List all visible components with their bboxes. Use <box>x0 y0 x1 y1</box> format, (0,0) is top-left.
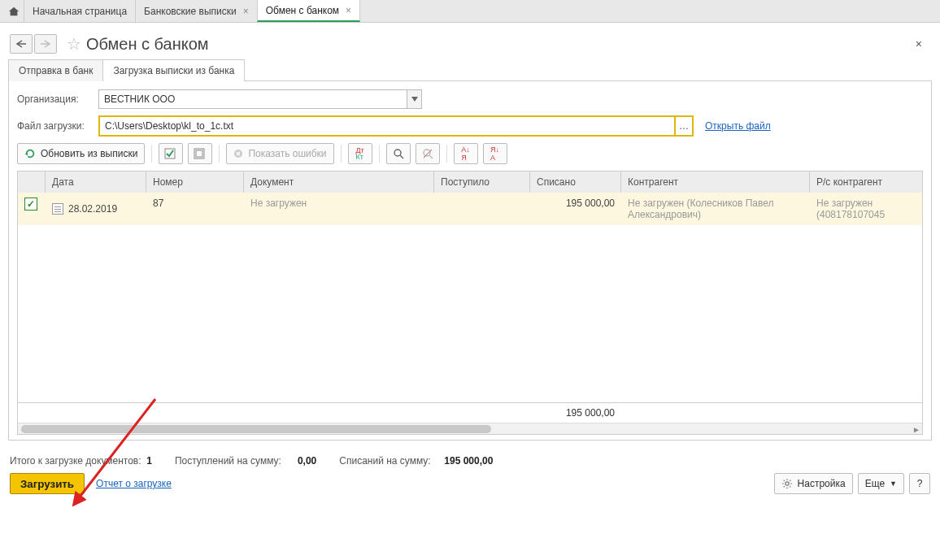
gear-icon <box>781 478 793 489</box>
show-errors-button[interactable]: Показать ошибки <box>226 143 333 164</box>
tab-label: Обмен с банком <box>266 5 339 16</box>
settings-label: Настройка <box>798 478 846 489</box>
svg-line-7 <box>400 155 403 158</box>
cell-number: 87 <box>146 193 244 225</box>
summary-in-value: 0,00 <box>298 455 316 467</box>
toolbar: Обновить из выписки Показать ошибки ДтКт <box>17 143 923 164</box>
col-received[interactable]: Поступило <box>434 171 530 193</box>
subtab-load[interactable]: Загрузка выписки из банка <box>102 59 245 81</box>
dtkt-button[interactable]: ДтКт <box>348 143 372 164</box>
search-cancel-button[interactable] <box>416 143 440 164</box>
cell-received <box>434 193 530 225</box>
tab-label: Банковские выписки <box>144 6 237 17</box>
tab-home[interactable]: Начальная страница <box>24 0 136 22</box>
content-panel: Организация: ВЕСТНИК ООО Файл загрузки: … <box>8 81 932 441</box>
subtab-label: Загрузка выписки из банка <box>113 65 234 76</box>
grid-footer-row: 195 000,00 <box>18 402 922 423</box>
tab-label: Начальная страница <box>33 6 127 17</box>
scroll-right-icon[interactable]: ► <box>911 423 922 435</box>
cell-counterparty: Не загружен (Колесников Павел Александро… <box>621 193 810 225</box>
file-path-input[interactable]: C:\Users\Desktop\kl_to_1c.txt <box>98 115 676 137</box>
page-header: ☆ Обмен с банком × <box>0 23 940 59</box>
col-withdrawn[interactable]: Списано <box>530 171 621 193</box>
load-report-link[interactable]: Отчет о загрузке <box>96 478 172 489</box>
col-document[interactable]: Документ <box>244 171 434 193</box>
h-scrollbar[interactable]: ◄ ► <box>18 423 922 434</box>
file-label: Файл загрузки: <box>17 120 98 132</box>
cell-withdrawn: 195 000,00 <box>530 193 621 225</box>
col-date[interactable]: Дата <box>46 171 146 193</box>
tab-bank-exchange[interactable]: Обмен с банком × <box>257 0 360 22</box>
separator <box>341 145 342 163</box>
show-errors-label: Показать ошибки <box>248 148 326 159</box>
help-label: ? <box>917 478 923 489</box>
grid-body: ✓ 28.02.2019 87 Не загружен 195 000,00 Н… <box>18 193 922 402</box>
grid-header: Дата Номер Документ Поступило Списано Ко… <box>18 171 922 193</box>
org-select[interactable]: ВЕСТНИК ООО <box>98 89 407 109</box>
home-icon[interactable] <box>3 0 24 22</box>
bottom-button-row: Загрузить Отчет о загрузке Настройка Еще… <box>8 473 932 501</box>
refresh-label: Обновить из выписки <box>41 148 137 159</box>
subtab-bar: Отправка в банк Загрузка выписки из банк… <box>8 59 932 81</box>
chevron-down-icon: ▼ <box>890 480 897 488</box>
tab-bank-statements[interactable]: Банковские выписки × <box>135 0 258 22</box>
search-button[interactable] <box>386 143 411 164</box>
separator <box>219 145 220 163</box>
svg-point-8 <box>424 150 430 156</box>
more-label: Еще <box>865 478 885 489</box>
nav-forward-button[interactable] <box>34 34 57 54</box>
table-row[interactable]: ✓ 28.02.2019 87 Не загружен 195 000,00 Н… <box>18 193 922 225</box>
org-label: Организация: <box>17 93 98 105</box>
org-value: ВЕСТНИК ООО <box>104 93 175 105</box>
footer-withdrawn: 195 000,00 <box>530 403 621 423</box>
load-button[interactable]: Загрузить <box>10 473 85 494</box>
refresh-icon <box>24 148 36 159</box>
separator <box>379 145 380 163</box>
summary-total-label: Итого к загрузке документов: <box>10 455 141 467</box>
settings-button[interactable]: Настройка <box>774 473 853 494</box>
col-number[interactable]: Номер <box>146 171 244 193</box>
sort-asc-button[interactable]: А↓Я <box>454 143 478 164</box>
summary-out-label: Списаний на сумму: <box>339 455 430 467</box>
uncheckall-button[interactable] <box>188 143 212 164</box>
help-button[interactable]: ? <box>909 473 930 494</box>
summary-row: Итого к загрузке документов: 1 Поступлен… <box>8 447 932 473</box>
col-checkbox[interactable] <box>18 171 46 193</box>
error-icon <box>233 149 243 158</box>
cell-document: Не загружен <box>244 193 434 225</box>
subtab-label: Отправка в банк <box>19 65 93 76</box>
refresh-button[interactable]: Обновить из выписки <box>17 143 145 164</box>
separator <box>151 145 152 163</box>
scroll-thumb[interactable] <box>21 425 491 433</box>
close-icon[interactable]: × <box>346 5 351 16</box>
svg-point-6 <box>394 150 401 156</box>
checkall-button[interactable] <box>159 143 183 164</box>
file-browse-button[interactable]: … <box>676 115 694 137</box>
col-account[interactable]: Р/с контрагент <box>810 171 922 193</box>
summary-total-value: 1 <box>146 455 152 467</box>
app-tab-bar: Начальная страница Банковские выписки × … <box>0 0 940 23</box>
cell-date: 28.02.2019 <box>68 203 117 215</box>
svg-rect-4 <box>196 150 202 157</box>
nav-back-button[interactable] <box>10 34 33 54</box>
svg-point-12 <box>785 482 788 485</box>
separator <box>446 145 447 163</box>
data-grid: Дата Номер Документ Поступило Списано Ко… <box>17 171 923 435</box>
star-icon[interactable]: ☆ <box>67 34 81 54</box>
org-dropdown-button[interactable] <box>407 89 422 109</box>
open-file-link[interactable]: Открыть файл <box>705 120 771 132</box>
row-checkbox[interactable]: ✓ <box>24 198 37 211</box>
col-counterparty[interactable]: Контрагент <box>621 171 810 193</box>
more-button[interactable]: Еще ▼ <box>858 473 904 494</box>
page-title: Обмен с банком <box>86 35 209 54</box>
org-row: Организация: ВЕСТНИК ООО <box>17 89 923 109</box>
document-icon <box>52 203 63 215</box>
subtab-send[interactable]: Отправка в банк <box>8 59 103 81</box>
close-icon[interactable]: × <box>243 6 249 17</box>
summary-out-value: 195 000,00 <box>444 455 493 467</box>
summary-in-label: Поступлений на сумму: <box>175 455 281 467</box>
file-row: Файл загрузки: C:\Users\Desktop\kl_to_1c… <box>17 115 923 137</box>
file-path-value: C:\Users\Desktop\kl_to_1c.txt <box>105 120 233 132</box>
sort-desc-button[interactable]: Я↓А <box>483 143 507 164</box>
close-page-button[interactable]: × <box>916 37 930 50</box>
